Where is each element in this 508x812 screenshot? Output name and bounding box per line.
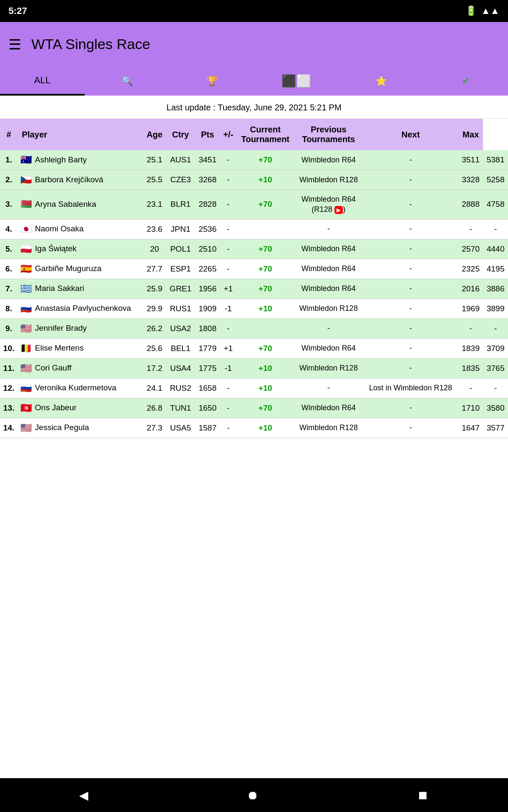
table-row[interactable]: 5.🇵🇱Iga Świątek20POL12510-+70Wimbledon R…	[0, 239, 508, 259]
trophy-icon: 🏆	[206, 76, 218, 87]
cell-player: 🇹🇳Ons Jabeur	[18, 398, 144, 418]
cell-change: +70	[237, 338, 294, 358]
menu-icon[interactable]: ☰	[8, 36, 21, 53]
cell-country: BEL1	[166, 338, 195, 358]
tab-search[interactable]: 🔍	[85, 66, 169, 96]
table-row[interactable]: 9.🇺🇸Jennifer Brady26.2USA21808-----	[0, 318, 508, 338]
cell-diff: -	[220, 378, 237, 398]
cell-change: +70	[237, 239, 294, 259]
table-row[interactable]: 1.🇦🇺Ashleigh Barty25.1AUS13451-+70Wimble…	[0, 150, 508, 170]
cell-diff: -	[220, 170, 237, 190]
status-bar: 5:27 🔋 ▲▲	[0, 0, 508, 22]
tab-flag[interactable]: ⬛⬜	[254, 66, 339, 96]
cell-pts: 1650	[195, 398, 220, 418]
cell-current-tournament: Wimbledon R128	[294, 418, 363, 438]
table-row[interactable]: 11.🇺🇸Cori Gauff17.2USA41775-1+10Wimbledo…	[0, 358, 508, 378]
tab-all[interactable]: ALL	[0, 66, 85, 96]
cell-prev-tournaments: -	[363, 398, 458, 418]
cell-player: 🇵🇱Iga Świątek	[18, 239, 144, 259]
table-row[interactable]: 4.🇯🇵Naomi Osaka23.6JPN12536-----	[0, 219, 508, 239]
cell-player: 🇨🇿Barbora Krejčíková	[18, 170, 144, 190]
cell-change: +70	[237, 279, 294, 299]
flag-icon: 🇧🇾	[20, 199, 32, 210]
col-rank: #	[0, 119, 18, 150]
cell-change: +10	[237, 299, 294, 318]
status-icons: 🔋 ▲▲	[465, 5, 500, 16]
cell-diff: -	[220, 190, 237, 219]
cell-age: 26.2	[143, 318, 166, 338]
cell-pts: 3451	[195, 150, 220, 170]
table-row[interactable]: 3.🇧🇾Aryna Sabalenka23.1BLR12828-+70Wimbl…	[0, 190, 508, 219]
table-row[interactable]: 8.🇷🇺Anastasia Pavlyuchenkova29.9RUS11909…	[0, 299, 508, 318]
player-name: Garbiñe Muguruza	[35, 263, 102, 274]
cell-pts: 3268	[195, 170, 220, 190]
flag-icon: 🇬🇷	[20, 283, 32, 294]
table-header-row: # Player Age Ctry Pts +/- CurrentTournam…	[0, 119, 508, 150]
table-row[interactable]: 13.🇹🇳Ons Jabeur26.8TUN11650-+70Wimbledon…	[0, 398, 508, 418]
cell-player: 🇺🇸Jennifer Brady	[18, 318, 144, 338]
cell-diff: -	[220, 398, 237, 418]
col-age: Age	[143, 119, 166, 150]
table-row[interactable]: 14.🇺🇸Jessica Pegula27.3USA51587-+10Wimbl…	[0, 418, 508, 438]
table-row[interactable]: 6.🇪🇸Garbiñe Muguruza27.7ESP12265-+70Wimb…	[0, 259, 508, 279]
cell-country: RUS2	[166, 378, 195, 398]
cell-pts: 2510	[195, 239, 220, 259]
cell-max: 5381	[483, 150, 508, 170]
tab-trophy[interactable]: 🏆	[169, 66, 254, 96]
search-icon: 🔍	[121, 76, 133, 87]
player-name: Jessica Pegula	[35, 422, 89, 433]
table-row[interactable]: 10.🇧🇪Elise Mertens25.6BEL11779+1+70Wimbl…	[0, 338, 508, 358]
cell-next: -	[458, 378, 483, 398]
cell-rank: 12.	[0, 378, 18, 398]
cell-next: 2570	[458, 239, 483, 259]
cell-max: 3709	[483, 338, 508, 358]
cell-rank: 10.	[0, 338, 18, 358]
cell-player: 🇧🇪Elise Mertens	[18, 338, 144, 358]
tab-check[interactable]: ✔	[423, 66, 508, 96]
cell-change	[237, 318, 294, 338]
cell-next: -	[458, 219, 483, 239]
cell-change: +10	[237, 170, 294, 190]
table-row[interactable]: 7.🇬🇷Maria Sakkari25.9GRE11956+1+70Wimble…	[0, 279, 508, 299]
cell-pts: 1956	[195, 279, 220, 299]
cell-current-tournament: Wimbledon R128	[294, 358, 363, 378]
cell-change: +10	[237, 418, 294, 438]
cell-player: 🇺🇸Jessica Pegula	[18, 418, 144, 438]
cell-change	[237, 219, 294, 239]
flag-icon: 🇧🇪	[20, 343, 32, 354]
table-row[interactable]: 12.🇷🇺Veronika Kudermetova24.1RUS21658-+1…	[0, 378, 508, 398]
table-row[interactable]: 2.🇨🇿Barbora Krejčíková25.5CZE33268-+10Wi…	[0, 170, 508, 190]
cell-prev-tournaments: -	[363, 279, 458, 299]
cell-prev-tournaments: -	[363, 190, 458, 219]
cell-rank: 2.	[0, 170, 18, 190]
home-button[interactable]: ⏺	[234, 784, 271, 807]
col-current-tournament: CurrentTournament	[237, 119, 294, 150]
col-country: Ctry	[166, 119, 195, 150]
bottom-nav: ◀ ⏺ ⏹	[0, 778, 508, 812]
player-name: Barbora Krejčíková	[35, 175, 104, 185]
cell-age: 24.1	[143, 378, 166, 398]
cell-player: 🇪🇸Garbiñe Muguruza	[18, 259, 144, 279]
cell-pts: 1909	[195, 299, 220, 318]
cell-pts: 1775	[195, 358, 220, 378]
cell-current-tournament: Wimbledon R64	[294, 338, 363, 358]
cell-prev-tournaments: -	[363, 299, 458, 318]
cell-current-tournament: -	[294, 378, 363, 398]
tab-star[interactable]: ⭐	[339, 66, 423, 96]
cell-change: +10	[237, 378, 294, 398]
cell-max: -	[483, 378, 508, 398]
cell-diff: -	[220, 239, 237, 259]
player-name: Ashleigh Barty	[35, 155, 87, 165]
recents-button[interactable]: ⏹	[404, 784, 442, 807]
cell-rank: 8.	[0, 299, 18, 318]
cell-current-tournament: -	[294, 219, 363, 239]
star-icon: ⭐	[375, 76, 387, 87]
cell-max: 4195	[483, 259, 508, 279]
cell-prev-tournaments: -	[363, 259, 458, 279]
back-button[interactable]: ◀	[66, 784, 101, 807]
player-name: Jennifer Brady	[35, 323, 87, 334]
cell-rank: 5.	[0, 239, 18, 259]
cell-change: +70	[237, 259, 294, 279]
cell-age: 27.7	[143, 259, 166, 279]
player-name: Aryna Sabalenka	[35, 199, 97, 210]
